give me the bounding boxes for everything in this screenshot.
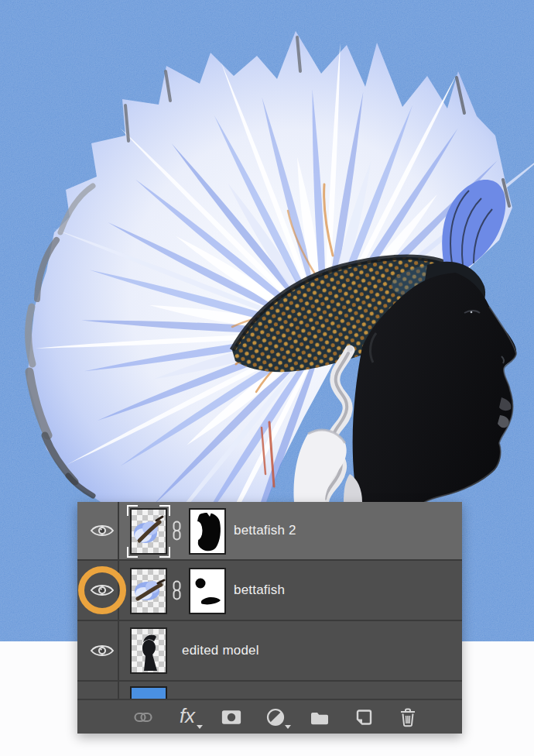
model-thumbnail-art <box>132 629 166 672</box>
new-layer-button[interactable] <box>354 706 374 729</box>
folder-icon <box>310 708 330 727</box>
betta-thumbnail-art <box>132 510 166 553</box>
layer-style-button[interactable]: fx <box>177 706 197 729</box>
eye-icon[interactable] <box>90 582 115 599</box>
link-icon <box>133 708 153 727</box>
layer-mask-thumbnail[interactable] <box>189 508 226 555</box>
eye-icon[interactable] <box>90 642 115 659</box>
mask-art <box>190 510 224 553</box>
chevron-down-icon <box>285 725 291 729</box>
new-layer-icon <box>354 708 373 727</box>
layer-row-bettafish[interactable]: bettafish <box>77 561 462 621</box>
link-mask-icon[interactable] <box>172 580 182 600</box>
layers-panel-toolbar: fx <box>77 699 462 734</box>
fx-icon: fx <box>180 706 195 726</box>
screenshot-stage: bettafish 2 <box>0 0 534 756</box>
layer-row-partial[interactable] <box>77 682 462 699</box>
layers-panel: bettafish 2 <box>77 502 462 734</box>
layer-name[interactable]: bettafish <box>234 582 285 598</box>
background-layer-thumbnail[interactable] <box>130 686 167 699</box>
layer-mask-icon <box>221 708 241 727</box>
delete-layer-button[interactable] <box>398 706 418 729</box>
layer-mask-thumbnail[interactable] <box>189 568 226 614</box>
layer-row-bettafish-2[interactable]: bettafish 2 <box>77 502 462 561</box>
layer-thumbnail[interactable] <box>130 508 167 555</box>
layer-thumbnail[interactable] <box>130 627 167 674</box>
new-group-button[interactable] <box>310 706 330 729</box>
layer-row-edited-model[interactable]: edited model <box>77 621 462 682</box>
adjustment-layer-icon <box>266 708 285 727</box>
add-adjustment-layer-button[interactable] <box>265 706 286 729</box>
link-mask-icon[interactable] <box>172 521 182 541</box>
betta-thumbnail-art <box>132 569 166 613</box>
layer-name[interactable]: edited model <box>182 643 259 658</box>
mask-art <box>190 569 224 613</box>
layer-thumbnail[interactable] <box>130 568 167 614</box>
eye-icon[interactable] <box>90 522 115 539</box>
visibility-cell <box>77 502 119 559</box>
layer-name[interactable]: bettafish 2 <box>234 523 296 538</box>
visibility-cell <box>77 621 119 680</box>
visibility-cell <box>77 682 119 699</box>
add-layer-mask-button[interactable] <box>221 706 241 729</box>
chevron-down-icon <box>197 725 203 729</box>
trash-icon <box>399 707 417 727</box>
link-layers-button[interactable] <box>133 706 153 729</box>
visibility-cell <box>77 561 119 620</box>
